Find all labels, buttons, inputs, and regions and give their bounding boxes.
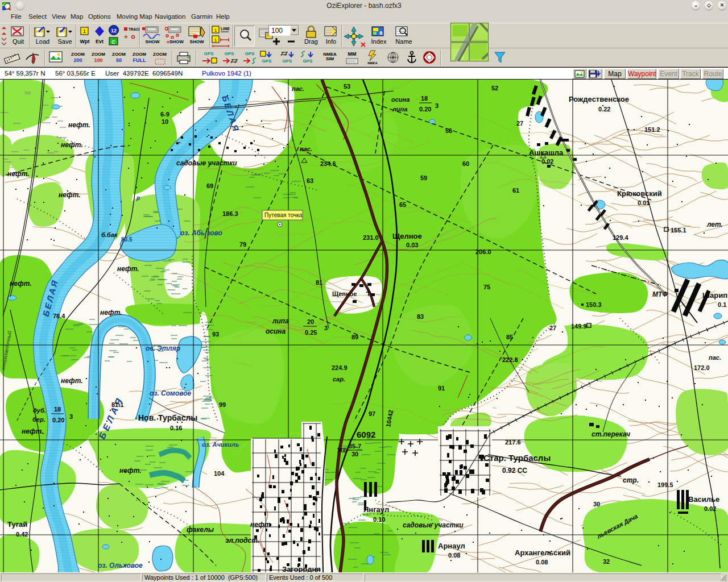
svg-text:р: р <box>136 195 140 201</box>
svg-text:факелы: факелы <box>187 526 214 534</box>
svg-text:0.02: 0.02 <box>541 158 553 165</box>
svg-text:27: 27 <box>549 325 556 331</box>
svg-text:93: 93 <box>212 331 219 338</box>
svg-text:нефт.: нефт. <box>117 265 139 273</box>
svg-text:83: 83 <box>417 313 424 320</box>
svg-text:нефт.: нефт. <box>59 191 81 199</box>
svg-text:нефт: нефт <box>250 521 271 529</box>
svg-text:оз. Сомовое: оз. Сомовое <box>150 389 192 397</box>
svg-text:б.бак: б.бак <box>101 231 118 238</box>
svg-text:172.0: 172.0 <box>694 364 710 371</box>
svg-text:149.9: 149.9 <box>571 323 587 330</box>
svg-text:Янгаул: Янгаул <box>363 505 389 514</box>
svg-text:нефт.: нефт. <box>119 467 142 475</box>
svg-text:151.2: 151.2 <box>644 126 660 133</box>
svg-text:нефт.: нефт. <box>22 427 44 435</box>
svg-text:нефт.: нефт. <box>7 170 30 178</box>
svg-text:осина: осина <box>391 96 410 103</box>
svg-text:75: 75 <box>483 284 490 290</box>
svg-text:TRACK: TRACK <box>129 27 140 31</box>
svg-text:129.4: 129.4 <box>613 234 628 241</box>
svg-text:80.5: 80.5 <box>121 236 133 243</box>
svg-text:32: 32 <box>603 558 610 565</box>
svg-text:стр.: стр. <box>623 476 639 484</box>
svg-text:садовые участки: садовые участки <box>403 521 464 529</box>
svg-text:Рождественское: Рождественское <box>569 95 629 103</box>
svg-text:липа: липа <box>272 317 289 325</box>
svg-text:0.92 СС: 0.92 СС <box>502 467 527 475</box>
svg-text:0.22: 0.22 <box>598 106 610 113</box>
svg-text:дуб.: дуб. <box>33 407 46 414</box>
svg-text:нефт.: нефт. <box>61 141 83 149</box>
svg-text:ст.перекач: ст.перекач <box>592 430 630 438</box>
svg-text:30: 30 <box>351 451 358 458</box>
svg-text:C: C <box>111 39 115 45</box>
svg-text:нефт.: нефт. <box>68 121 90 129</box>
svg-text:0.08: 0.08 <box>536 559 548 566</box>
svg-text:53: 53 <box>344 83 350 90</box>
svg-text:1: 1 <box>214 38 217 43</box>
svg-text:59: 59 <box>420 174 427 181</box>
svg-text:Тугай: Тугай <box>7 520 27 529</box>
svg-text:155.1: 155.1 <box>671 227 686 234</box>
svg-text:65: 65 <box>399 201 406 208</box>
svg-text:Щелное: Щелное <box>392 232 422 240</box>
svg-text:97: 97 <box>369 410 375 417</box>
svg-text:234.6: 234.6 <box>320 160 336 167</box>
svg-text:a: a <box>379 30 383 36</box>
svg-text:пас.: пас. <box>709 354 721 361</box>
svg-text:0.20: 0.20 <box>52 417 64 423</box>
svg-text:бер.: бер. <box>32 416 46 423</box>
svg-text:нефт.: нефт. <box>100 309 122 317</box>
svg-text:0.20: 0.20 <box>419 106 431 113</box>
svg-text:осина: осина <box>266 327 286 335</box>
svg-text:Путевая точка: Путевая точка <box>264 212 303 218</box>
svg-text:садовые участки: садовые участки <box>176 159 237 167</box>
svg-text:Щепное: Щепное <box>332 290 357 297</box>
svg-text:нефт.: нефт. <box>10 280 32 288</box>
svg-text:206.0: 206.0 <box>475 248 491 255</box>
svg-text:1: 1 <box>214 28 217 33</box>
svg-text:Шарип: Шарип <box>702 291 727 300</box>
svg-text:Василье: Василье <box>688 495 719 504</box>
svg-text:сар.: сар. <box>333 376 345 383</box>
svg-text:217.6: 217.6 <box>505 439 521 446</box>
svg-text:199.5: 199.5 <box>657 481 673 488</box>
svg-text:56: 56 <box>445 127 452 134</box>
svg-text:10: 10 <box>162 118 168 125</box>
svg-text:79: 79 <box>239 241 246 248</box>
svg-text:пас.: пас. <box>292 85 304 92</box>
svg-text:Арнаул: Арнаул <box>438 542 465 550</box>
svg-text:Загородня: Загородня <box>282 565 321 572</box>
svg-text:81: 81 <box>316 279 322 286</box>
svg-text:150.3: 150.3 <box>586 301 602 308</box>
svg-text:63: 63 <box>307 177 313 184</box>
svg-text:18: 18 <box>54 406 61 413</box>
svg-text:6092: 6092 <box>357 430 375 439</box>
svg-text:6-9: 6-9 <box>160 111 169 118</box>
svg-text:лет.: лет. <box>706 221 723 228</box>
svg-text:224.9: 224.9 <box>332 364 348 371</box>
svg-text:нефт.: нефт. <box>61 377 83 385</box>
svg-text:3: 3 <box>435 102 439 109</box>
svg-text:0.25: 0.25 <box>305 329 317 336</box>
svg-text:85: 85 <box>506 334 513 340</box>
svg-text:0.42: 0.42 <box>16 531 28 538</box>
svg-text:0.02: 0.02 <box>704 505 716 512</box>
svg-text:оз. Ольховое: оз. Ольховое <box>98 562 143 569</box>
svg-text:+: + <box>124 33 128 41</box>
svg-text:104: 104 <box>214 470 225 477</box>
svg-text:эл.подст.: эл.подст. <box>225 537 259 544</box>
svg-text:99: 99 <box>219 401 226 408</box>
svg-text:0.03: 0.03 <box>406 242 418 248</box>
svg-text:0.01: 0.01 <box>638 199 650 206</box>
svg-text:18: 18 <box>421 95 428 102</box>
svg-text:LINE: LINE <box>221 27 230 31</box>
svg-text:Нов. Турбаслы: Нов. Турбаслы <box>138 413 197 422</box>
svg-text:69: 69 <box>206 182 213 189</box>
svg-text:3: 3 <box>69 413 73 420</box>
svg-text:222.8: 222.8 <box>502 356 518 363</box>
svg-text:186.3: 186.3 <box>222 210 238 217</box>
svg-text:30: 30 <box>593 501 600 508</box>
svg-text:МТФ: МТФ <box>652 290 668 298</box>
